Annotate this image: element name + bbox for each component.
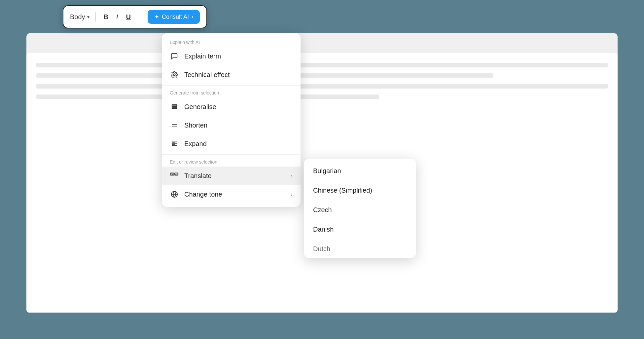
generate-section-label: Generate from selection [162, 87, 301, 97]
explain-term-label: Explain term [184, 53, 293, 60]
language-item-bulgarian[interactable]: Bulgarian [304, 161, 416, 181]
svg-point-0 [173, 74, 175, 76]
svg-rect-2 [172, 106, 177, 108]
underline-button[interactable]: U [124, 13, 133, 21]
bold-button[interactable]: B [102, 13, 110, 21]
chevron-right-icon: › [291, 191, 293, 198]
shorten-label: Shorten [184, 122, 293, 129]
expand-icon [170, 139, 179, 148]
shorten-icon [170, 121, 179, 130]
body-style-selector[interactable]: Body ▾ [70, 13, 89, 21]
language-item-dutch[interactable]: Dutch [304, 239, 416, 255]
language-item-chinese-simplified[interactable]: Chinese (Simplified) [304, 181, 416, 200]
consult-ai-label: Consult AI [162, 14, 189, 20]
content-line [36, 84, 608, 89]
menu-divider [162, 85, 301, 86]
toolbar-divider [139, 12, 139, 21]
technical-effect-label: Technical effect [184, 71, 293, 79]
technical-effect-item[interactable]: Technical effect [162, 65, 301, 84]
change-tone-label: Change tone [184, 191, 285, 198]
content-line [36, 63, 608, 67]
translate-item[interactable]: A Z AZ Translate › [162, 167, 301, 185]
italic-button[interactable]: I [114, 13, 120, 21]
svg-rect-1 [172, 105, 177, 106]
ai-menu: Explain with AI Explain term Technical e… [162, 33, 301, 207]
expand-label: Expand [184, 140, 293, 148]
translate-icon: A Z AZ [170, 171, 179, 180]
change-tone-item[interactable]: Change tone › [162, 185, 301, 204]
svg-text:Z: Z [172, 173, 173, 175]
chevron-right-icon: › [192, 14, 193, 20]
explain-section-label: Explain with AI [162, 36, 301, 47]
explain-term-item[interactable]: Explain term [162, 47, 301, 65]
svg-text:AZ: AZ [175, 173, 178, 175]
chevron-down-icon: ▾ [87, 14, 89, 19]
formatting-toolbar: Body ▾ B I U ✦ Consult AI › [63, 5, 207, 28]
expand-item[interactable]: Expand [162, 134, 301, 153]
chevron-right-icon: › [291, 172, 293, 179]
chat-icon [170, 52, 179, 61]
generalise-item[interactable]: Generalise [162, 97, 301, 116]
menu-divider [162, 154, 301, 155]
shorten-item[interactable]: Shorten [162, 116, 301, 134]
edit-section-label: Edit or review selection [162, 156, 301, 167]
gear-icon [170, 70, 179, 79]
language-submenu: Bulgarian Chinese (Simplified) Czech Dan… [304, 159, 416, 258]
globe-icon [170, 190, 179, 199]
svg-rect-3 [172, 108, 177, 109]
generalise-label: Generalise [184, 103, 293, 111]
consult-ai-button[interactable]: ✦ Consult AI › [148, 10, 200, 24]
layers-icon [170, 102, 179, 111]
toolbar-divider [95, 12, 96, 21]
translate-label: Translate [184, 172, 285, 180]
language-item-czech[interactable]: Czech [304, 200, 416, 220]
star-icon: ✦ [154, 13, 159, 20]
language-item-danish[interactable]: Danish [304, 220, 416, 239]
body-label: Body [70, 13, 85, 21]
